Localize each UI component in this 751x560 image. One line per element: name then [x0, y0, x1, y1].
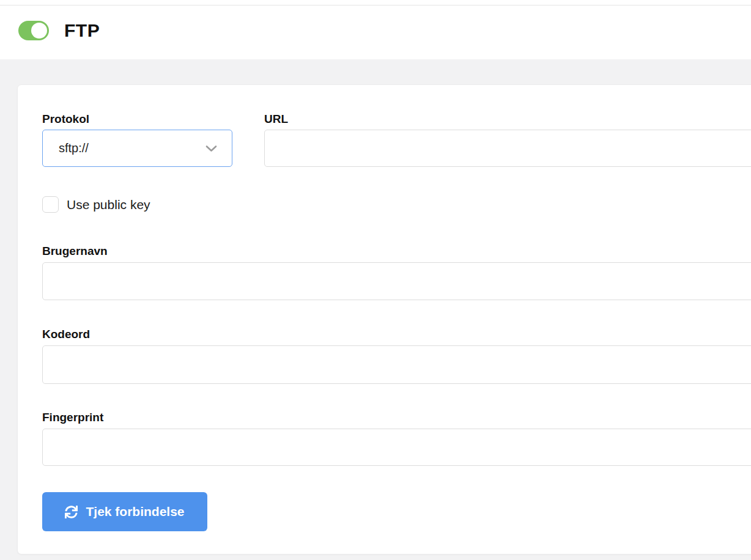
page-title: FTP: [64, 20, 100, 41]
url-label: URL: [264, 112, 288, 126]
sync-icon: [65, 506, 78, 518]
use-public-key-row[interactable]: Use public key: [42, 196, 150, 213]
url-input[interactable]: [264, 130, 751, 167]
chevron-down-icon: [205, 145, 217, 152]
check-connection-button[interactable]: Tjek forbindelse: [42, 492, 207, 531]
ftp-toggle[interactable]: [18, 21, 49, 40]
check-connection-label: Tjek forbindelse: [86, 504, 184, 519]
use-public-key-checkbox[interactable]: [42, 196, 59, 213]
password-label: Kodeord: [42, 328, 90, 341]
username-label: Brugernavn: [42, 245, 108, 258]
protocol-label: Protokol: [42, 112, 89, 126]
fingerprint-label: Fingerprint: [42, 411, 103, 424]
toggle-knob: [31, 23, 47, 39]
password-input[interactable]: [42, 345, 751, 384]
protocol-select[interactable]: sftp://: [42, 130, 232, 167]
use-public-key-label: Use public key: [67, 197, 150, 212]
page-background: Protokol sftp:// URL Use public key Brug…: [0, 59, 751, 560]
username-input[interactable]: [42, 262, 751, 300]
ftp-settings-card: Protokol sftp:// URL Use public key Brug…: [17, 84, 751, 554]
ftp-header: FTP: [0, 6, 751, 59]
protocol-select-value: sftp://: [59, 141, 89, 155]
fingerprint-input[interactable]: [42, 429, 751, 466]
